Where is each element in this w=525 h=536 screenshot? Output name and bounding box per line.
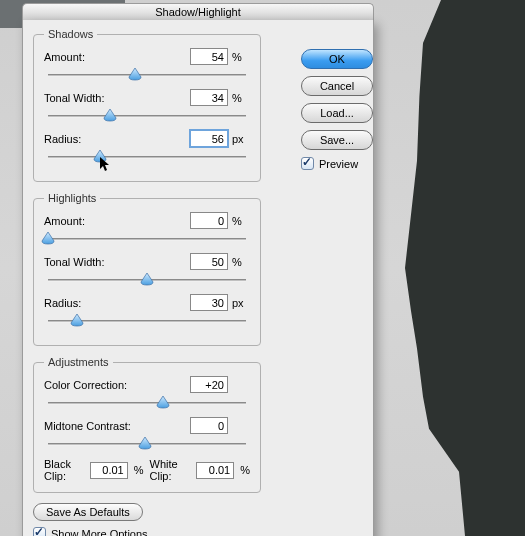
highlights-amount-slider[interactable] — [44, 233, 250, 247]
shadows-tonal-unit: % — [228, 92, 250, 104]
white-clip-unit: % — [240, 464, 250, 476]
shadows-amount-label: Amount: — [44, 51, 190, 63]
black-clip-unit: % — [134, 464, 144, 476]
adjustments-legend: Adjustments — [44, 356, 113, 368]
slider-track — [48, 74, 246, 77]
highlights-tonal-unit: % — [228, 256, 250, 268]
shadow-highlight-dialog: Shadows Amount: % Tonal Width: % Radius: — [22, 20, 374, 536]
slider-thumb-icon[interactable] — [103, 109, 117, 122]
highlights-group: Highlights Amount: % Tonal Width: % Radi… — [33, 192, 261, 346]
highlights-radius-slider[interactable] — [44, 315, 250, 329]
slider-thumb-icon[interactable] — [156, 396, 170, 409]
highlights-amount-unit: % — [228, 215, 250, 227]
save-as-defaults-button[interactable]: Save As Defaults — [33, 503, 143, 521]
black-clip-input[interactable] — [90, 462, 128, 479]
midtone-contrast-label: Midtone Contrast: — [44, 420, 190, 432]
shadows-tonal-label: Tonal Width: — [44, 92, 190, 104]
dialog-titlebar: Shadow/Highlight — [22, 3, 374, 20]
white-clip-input[interactable] — [196, 462, 234, 479]
shadows-legend: Shadows — [44, 28, 97, 40]
highlights-tonal-input[interactable] — [190, 253, 228, 270]
person-silhouette — [405, 0, 525, 536]
slider-thumb-icon[interactable] — [93, 150, 107, 163]
slider-thumb-icon[interactable] — [128, 68, 142, 81]
slider-track — [48, 238, 246, 241]
shadows-amount-input[interactable] — [190, 48, 228, 65]
highlights-amount-label: Amount: — [44, 215, 190, 227]
show-more-options-checkbox[interactable] — [33, 527, 46, 536]
dialog-title: Shadow/Highlight — [155, 6, 241, 18]
color-correction-slider[interactable] — [44, 397, 250, 411]
preview-label: Preview — [319, 158, 358, 170]
highlights-tonal-slider[interactable] — [44, 274, 250, 288]
midtone-contrast-slider[interactable] — [44, 438, 250, 452]
slider-thumb-icon[interactable] — [70, 314, 84, 327]
show-more-options-label: Show More Options — [51, 528, 148, 537]
highlights-tonal-label: Tonal Width: — [44, 256, 190, 268]
black-clip-label: Black Clip: — [44, 458, 84, 482]
highlights-radius-unit: px — [228, 297, 250, 309]
highlights-radius-label: Radius: — [44, 297, 190, 309]
midtone-contrast-input[interactable] — [190, 417, 228, 434]
shadows-tonal-input[interactable] — [190, 89, 228, 106]
shadows-tonal-slider[interactable] — [44, 110, 250, 124]
shadows-amount-unit: % — [228, 51, 250, 63]
shadows-group: Shadows Amount: % Tonal Width: % Radius: — [33, 28, 261, 182]
white-clip-label: White Clip: — [150, 458, 191, 482]
slider-track — [48, 115, 246, 118]
highlights-legend: Highlights — [44, 192, 100, 204]
load-button[interactable]: Load... — [301, 103, 373, 123]
ok-button[interactable]: OK — [301, 49, 373, 69]
color-correction-input[interactable] — [190, 376, 228, 393]
slider-thumb-icon[interactable] — [140, 273, 154, 286]
highlights-amount-input[interactable] — [190, 212, 228, 229]
adjustments-group: Adjustments Color Correction: Midtone Co… — [33, 356, 261, 493]
color-correction-label: Color Correction: — [44, 379, 190, 391]
slider-thumb-icon[interactable] — [138, 437, 152, 450]
shadows-amount-slider[interactable] — [44, 69, 250, 83]
shadows-radius-input[interactable] — [190, 130, 228, 147]
shadows-radius-slider[interactable] — [44, 151, 250, 165]
shadows-radius-unit: px — [228, 133, 250, 145]
shadows-radius-label: Radius: — [44, 133, 190, 145]
slider-track — [48, 402, 246, 405]
cancel-button[interactable]: Cancel — [301, 76, 373, 96]
slider-track — [48, 156, 246, 159]
highlights-radius-input[interactable] — [190, 294, 228, 311]
slider-thumb-icon[interactable] — [41, 232, 55, 245]
preview-checkbox[interactable] — [301, 157, 314, 170]
save-button[interactable]: Save... — [301, 130, 373, 150]
